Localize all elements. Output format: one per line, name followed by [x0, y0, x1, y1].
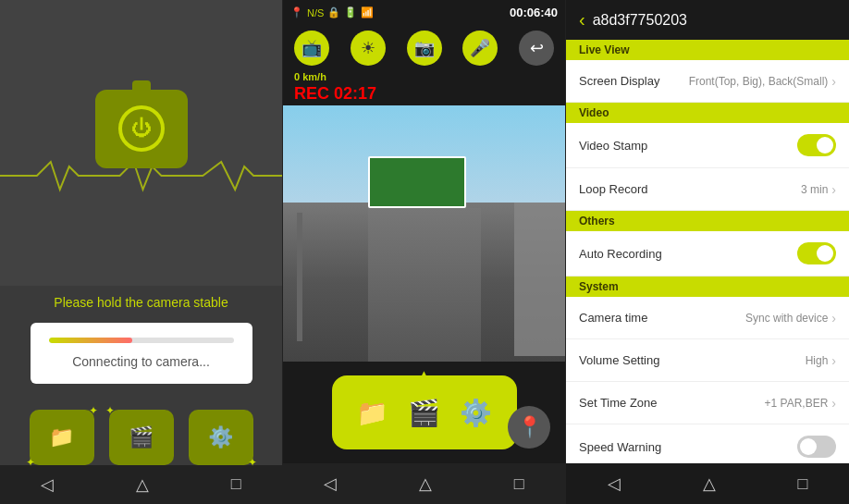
camera-time-chevron: › [831, 311, 836, 326]
connecting-text: Connecting to camera... [72, 354, 210, 369]
back-nav-p2[interactable]: ◁ [324, 473, 337, 494]
screen-display-chevron: › [831, 74, 836, 89]
volume-value: High › [806, 353, 836, 368]
rec-display: REC 02:17 [283, 82, 565, 105]
screen-display-value: Front(Top, Big), Back(Small) › [689, 74, 836, 89]
sparkle4: ✦ [248, 456, 257, 469]
power-circle [118, 105, 165, 152]
back-tool[interactable]: ↩ [519, 31, 554, 66]
connecting-box: Connecting to camera... [31, 323, 252, 384]
section-others: Others [566, 211, 849, 231]
settings-icon-btn[interactable]: ⚙️ ✦ [189, 410, 253, 465]
brightness-tool[interactable]: ☀ [351, 31, 386, 66]
device-id-label: a8d3f7750203 [593, 12, 687, 29]
panel1-bottom: Please hold the camera stable Connecting… [0, 286, 282, 465]
volume-label: Volume Setting [579, 353, 659, 367]
loop-record-chevron: › [831, 182, 836, 197]
section-video: Video [566, 103, 849, 123]
setting-auto-recording[interactable]: Auto Recording [566, 231, 849, 277]
speed-warning-label: Speed Warning [579, 440, 661, 454]
recents-nav-p1[interactable]: □ [231, 474, 241, 494]
files-icon-btn[interactable]: 📁 ✦ ✦ [30, 410, 94, 465]
home-nav-p3[interactable]: △ [703, 473, 716, 494]
setting-volume[interactable]: Volume Setting High › [566, 339, 849, 382]
gps-icon: 📍 [290, 6, 303, 18]
panel1-navbar: ◁ △ □ [0, 465, 282, 504]
speed-warning-toggle[interactable] [797, 436, 836, 458]
panel-settings: ‹ a8d3f7750203 Live View Screen Display … [566, 0, 849, 504]
setting-video-stamp[interactable]: Video Stamp [566, 123, 849, 168]
volume-chevron: › [831, 353, 836, 368]
setting-speed-warning[interactable]: Speed Warning [566, 424, 849, 463]
camera-time-value: Sync with device › [745, 311, 836, 326]
back-nav-p3[interactable]: ◁ [608, 473, 621, 494]
home-nav-p2[interactable]: △ [419, 473, 432, 494]
sparkle3: ✦ [105, 404, 115, 417]
toolbar-row: 📺 ☀ 📷 🎤 ↩ [283, 25, 565, 71]
settings-header: ‹ a8d3f7750203 [566, 0, 849, 40]
loop-record-value: 3 min › [801, 182, 836, 197]
quick-actions-bar[interactable]: 📁 🎬 ⚙️ [332, 375, 517, 449]
video-stamp-label: Video Stamp [579, 139, 647, 153]
panel2-navbar: ◁ △ □ [283, 463, 565, 504]
gps-text: N/S [307, 7, 324, 18]
video-stamp-toggle[interactable] [797, 134, 836, 156]
sparkle2: ✦ [26, 456, 35, 469]
sparkle1: ✦ [89, 404, 98, 417]
hold-camera-text: Please hold the camera stable [54, 295, 228, 310]
video-area [283, 105, 565, 362]
camera-icon [95, 90, 188, 168]
auto-recording-toggle[interactable] [797, 242, 836, 264]
section-system: System [566, 277, 849, 297]
time-display: 00:06:40 [510, 6, 558, 19]
screen-tool[interactable]: 📺 [294, 31, 329, 66]
panel2-footer: ▲ 📁 🎬 ⚙️ 📍 [283, 362, 565, 463]
timezone-value: +1 PAR,BER › [765, 396, 836, 411]
files-quick-btn[interactable]: 📁 [351, 390, 395, 435]
speed-display: 0 km/h [283, 71, 565, 82]
camera-time-label: Camera time [579, 311, 647, 325]
road-view [283, 105, 565, 362]
settings-quick-btn[interactable]: ⚙️ [454, 390, 498, 435]
home-nav-p1[interactable]: △ [136, 474, 149, 495]
panel2-header: 📍 N/S 🔒 🔋 📶 00:06:40 [283, 0, 565, 25]
signal-icon: 📶 [361, 6, 374, 18]
screen-display-label: Screen Display [579, 74, 659, 88]
timezone-chevron: › [831, 396, 836, 411]
back-nav-p1[interactable]: ◁ [41, 474, 54, 495]
setting-screen-display[interactable]: Screen Display Front(Top, Big), Back(Sma… [566, 60, 849, 103]
loop-record-label: Loop Record [579, 182, 647, 196]
location-person-btn[interactable]: 📍 [508, 406, 550, 449]
battery-icon: 🔋 [344, 6, 357, 18]
recents-nav-p3[interactable]: □ [798, 474, 808, 494]
panel-recording: 📍 N/S 🔒 🔋 📶 00:06:40 📺 ☀ 📷 🎤 ↩ 0 km/h RE… [283, 0, 566, 504]
setting-camera-time[interactable]: Camera time Sync with device › [566, 297, 849, 339]
recents-nav-p2[interactable]: □ [514, 474, 524, 494]
video-icon-btn[interactable]: 🎬 ✦ [109, 410, 174, 465]
person-icon: 📍 [517, 415, 542, 439]
panel3-navbar: ◁ △ □ [566, 463, 849, 504]
camera-tool[interactable]: 📷 [407, 31, 442, 66]
setting-loop-record[interactable]: Loop Record 3 min › [566, 168, 849, 211]
video-quick-btn[interactable]: 🎬 [402, 390, 447, 435]
back-chevron-icon[interactable]: ‹ [579, 9, 585, 31]
lock-icon: 🔒 [327, 6, 340, 18]
setting-timezone[interactable]: Set Time Zone +1 PAR,BER › [566, 382, 849, 424]
swipe-up-hint: ▲ [415, 365, 434, 387]
bottom-icons-row: 📁 ✦ ✦ 🎬 ✦ ⚙️ ✦ [30, 410, 253, 465]
progress-bar-container [49, 338, 234, 343]
section-live-view: Live View [566, 40, 849, 60]
status-row: 📍 N/S 🔒 🔋 📶 [290, 6, 374, 18]
auto-recording-label: Auto Recording [579, 247, 662, 261]
settings-list: Live View Screen Display Front(Top, Big)… [566, 40, 849, 463]
timezone-label: Set Time Zone [579, 396, 658, 410]
progress-bar-fill [49, 338, 132, 343]
panel1-top [0, 0, 282, 286]
panel-connecting: Please hold the camera stable Connecting… [0, 0, 283, 504]
mic-tool[interactable]: 🎤 [462, 31, 498, 66]
